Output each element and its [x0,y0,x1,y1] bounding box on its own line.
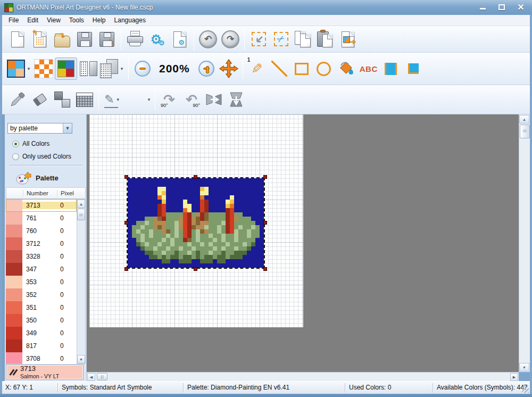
color-table-scrollbar[interactable]: ▲ ▼ [77,199,86,364]
ellipse-tool-button[interactable] [313,57,335,80]
horizontal-scrollbar[interactable]: ◀ ▶ [87,372,519,381]
line-tool-button[interactable] [268,57,290,80]
menu-item-file[interactable]: File [4,15,23,25]
selection-handle-sw[interactable] [124,267,128,271]
scroll-left-button[interactable]: ◀ [87,373,95,381]
minimize-button[interactable] [476,3,489,12]
checker-pattern-button[interactable] [32,57,55,80]
eraser-button[interactable] [29,88,51,111]
menu-item-view[interactable]: View [43,15,65,25]
selection-handle-se[interactable] [263,267,267,271]
color-row-817[interactable]: 8170 [6,340,77,352]
color-row-350[interactable]: 3500 [6,314,77,327]
redo-button[interactable]: ↷ [219,28,242,51]
selection-handle-n[interactable] [194,175,197,179]
header-pixel[interactable]: Pixel [57,190,85,196]
color-row-3708[interactable]: 37080 [6,352,77,364]
ellipse-icon [317,62,331,76]
zoom-in-button[interactable] [195,57,218,80]
fill-tool-button[interactable] [335,57,358,80]
import-image-button[interactable]: ↰ [29,28,51,51]
layers-button[interactable]: ▾ [99,57,126,80]
pen-width-button[interactable]: ✎ ▾ [102,88,124,111]
scroll-right-button[interactable]: ▶ [510,373,518,381]
copy-button[interactable] [292,28,314,51]
palette-filter-dropdown[interactable]: by palette ▼ [7,123,72,134]
close-button[interactable]: ✕ [514,3,528,12]
select-color-area-button[interactable] [380,57,402,80]
radio-only-used-colors[interactable]: Only used Colors [12,153,71,160]
rotate-ccw-button[interactable]: ↶ 90° [180,89,203,110]
rotate-cw-button[interactable]: ↷ 90° [158,89,180,110]
vertical-scrollbar[interactable]: ▲ ▼ [519,114,530,372]
save-button[interactable] [73,28,96,51]
document-canvas[interactable] [89,114,303,327]
toggle-grid-button[interactable] [73,88,96,111]
chevron-down-icon[interactable]: ▾ [146,97,152,102]
selection-handle-e[interactable] [263,221,267,225]
rectangle-tool-button[interactable] [290,57,313,80]
color-row-353[interactable]: 3530 [6,276,77,288]
color-view-button[interactable] [55,57,77,80]
palette-button[interactable]: Palette [15,169,77,187]
color-row-347[interactable]: 3470 [6,263,77,276]
undo-button[interactable]: ↶ [197,28,219,51]
magic-select-button[interactable] [402,57,425,80]
selection-handle-ne[interactable] [263,175,267,179]
scrollbar-thumb[interactable] [97,373,107,381]
menu-item-help[interactable]: Help [88,15,110,25]
canvas-area[interactable] [87,114,519,372]
pattern-swatch-button[interactable]: ▾ [6,57,32,80]
open-file-button[interactable]: ↴ [51,28,73,51]
color-row-3712[interactable]: 37120 [6,237,77,250]
color-picker-button[interactable] [6,88,29,111]
page-setup-button[interactable]: ⚙ [169,28,191,51]
header-number[interactable]: Number [23,190,57,196]
color-row-761[interactable]: 7610 [6,212,77,225]
settings-button[interactable]: ⚙⚙ [146,28,169,51]
selection-handle-w[interactable] [124,221,128,225]
move-tool-button[interactable] [218,57,240,80]
color-row-351[interactable]: 3510 [6,301,77,314]
chevron-down-icon[interactable]: ▾ [115,97,121,102]
pencil-tool-button[interactable]: 1✎ [246,57,268,80]
selection-rectangle[interactable] [127,177,265,269]
text-tool-button[interactable]: ABC [358,57,380,80]
save-as-button[interactable]: ✎ [96,28,118,51]
chevron-down-icon[interactable]: ▾ [119,66,125,71]
symbol-view-button[interactable] [77,57,99,80]
select-rectangle-button[interactable] [247,28,270,51]
scroll-up-button[interactable]: ▲ [77,200,85,208]
replace-color-button[interactable]: ↘ [51,88,73,111]
scroll-up-button[interactable]: ▲ [519,115,529,123]
paste-button[interactable] [314,28,337,51]
pixel-art-image[interactable] [128,178,264,268]
current-color-box[interactable]: 3713 Salmon - VY LT [6,365,84,380]
menu-item-edit[interactable]: Edit [23,15,43,25]
status-divider [183,383,184,393]
selection-handle-nw[interactable] [124,175,128,179]
scrollbar-thumb[interactable] [77,209,85,220]
zoom-out-button[interactable] [131,57,154,80]
cut-selection-button[interactable]: ✂ [270,28,292,51]
maximize-button[interactable] [495,3,509,12]
print-button[interactable] [124,28,146,51]
color-row-352[interactable]: 3520 [6,288,77,301]
selection-handle-s[interactable] [194,267,197,271]
scrollbar-thumb[interactable] [520,125,530,138]
scroll-down-button[interactable]: ▼ [519,363,529,371]
chevron-down-icon[interactable]: ▾ [26,66,32,71]
flip-horizontal-button[interactable] [203,88,225,111]
scroll-down-button[interactable]: ▼ [77,355,85,363]
resize-grip[interactable] [522,386,529,393]
color-row-349[interactable]: 3490 [6,327,77,340]
color-row-3713[interactable]: 37130 [6,199,77,212]
menu-item-tools[interactable]: Tools [65,15,88,25]
menu-item-languages[interactable]: Languages [110,15,150,25]
new-file-button[interactable] [6,28,29,51]
color-row-3328[interactable]: 33280 [6,250,77,263]
color-row-760[interactable]: 7600 [6,225,77,237]
export-image-button[interactable]: ➔ [337,28,359,51]
flip-vertical-button[interactable] [225,88,247,111]
radio-all-colors[interactable]: All Colors [12,140,49,147]
